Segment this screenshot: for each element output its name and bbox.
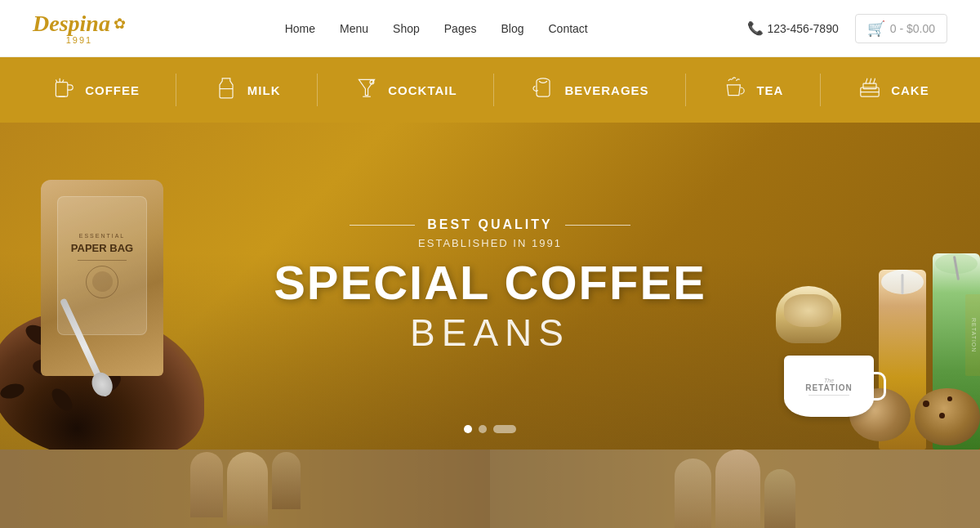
category-coffee[interactable]: COFFEE <box>51 74 140 106</box>
hero-title-line2: BEANS <box>274 311 706 355</box>
dot-1[interactable] <box>464 425 472 433</box>
beverages-label: BEVERAGES <box>564 83 648 97</box>
logo[interactable]: Despina ✿ 1991 <box>33 12 126 45</box>
coffee-cup-hero: The RETATION <box>784 356 874 417</box>
svg-rect-0 <box>56 82 68 96</box>
tea-label: TEA <box>756 83 783 97</box>
cat-divider-4 <box>685 74 686 106</box>
header-right: 📞 123-456-7890 🛒 0 - $0.00 <box>747 14 947 43</box>
hero-content: BEST QUALITY ESTABLISHED IN 1991 SPECIAL… <box>274 217 706 355</box>
cat-divider-3 <box>493 74 494 106</box>
cocktail-label: COCKTAIL <box>388 83 457 97</box>
phone-display: 📞 123-456-7890 <box>747 20 839 36</box>
logo-leaf-icon: ✿ <box>114 15 126 33</box>
hero-line-left <box>350 225 415 226</box>
hero-section: ESSENTIAL PAPER BAG BEST QUALITY ESTABLI… <box>0 123 980 450</box>
coffee-label: COFFEE <box>85 83 140 97</box>
bottom-cards <box>0 450 980 528</box>
category-cocktail[interactable]: COCKTAIL <box>354 74 457 106</box>
milk-label: MILK <box>247 83 281 97</box>
category-cake[interactable]: CAKE <box>857 74 929 106</box>
coffee-bag: ESSENTIAL PAPER BAG <box>41 180 163 376</box>
dot-2[interactable] <box>479 425 487 433</box>
tea-icon <box>722 74 748 106</box>
logo-name: Despina <box>33 12 110 35</box>
milk-bottle-icon <box>213 74 239 106</box>
svg-line-1 <box>56 79 58 82</box>
cart-button[interactable]: 🛒 0 - $0.00 <box>855 14 947 43</box>
category-bar: COFFEE MILK COCKTAIL BEVERAGES TEA <box>0 57 980 123</box>
cat-divider-1 <box>176 74 176 106</box>
site-header: Despina ✿ 1991 Home Menu Shop Pages Blog… <box>0 0 980 57</box>
hero-title-line1: SPECIAL COFFEE <box>274 259 706 307</box>
cat-divider-5 <box>820 74 821 106</box>
category-milk[interactable]: MILK <box>213 74 281 106</box>
cart-count: 0 - $0.00 <box>890 22 935 35</box>
category-tea[interactable]: TEA <box>722 74 783 106</box>
beverages-icon <box>530 74 556 106</box>
cocktail-icon <box>354 74 380 106</box>
hero-established: ESTABLISHED IN 1991 <box>274 237 706 249</box>
hero-right-decoration: RETATION The RETATION <box>776 123 980 450</box>
cat-divider-2 <box>317 74 318 106</box>
svg-rect-8 <box>863 83 876 88</box>
muffin <box>776 286 841 343</box>
nav-pages[interactable]: Pages <box>444 22 477 35</box>
hero-left-decoration: ESSENTIAL PAPER BAG <box>0 123 229 450</box>
bottom-card-right[interactable] <box>490 450 980 528</box>
coffee-cup-icon <box>51 74 77 106</box>
nav-shop[interactable]: Shop <box>393 22 420 35</box>
nav-contact[interactable]: Contact <box>549 22 588 35</box>
category-beverages[interactable]: BEVERAGES <box>530 74 648 106</box>
cake-icon <box>857 74 883 106</box>
nav-home[interactable]: Home <box>285 22 315 35</box>
cake-label: CAKE <box>891 83 929 97</box>
main-nav: Home Menu Shop Pages Blog Contact <box>285 22 588 35</box>
phone-icon: 📞 <box>747 20 764 36</box>
hero-dots <box>464 425 516 433</box>
dot-3[interactable] <box>493 425 516 433</box>
nav-menu[interactable]: Menu <box>340 22 368 35</box>
logo-year: 1991 <box>66 35 92 45</box>
hero-tagline: BEST QUALITY <box>427 217 552 232</box>
cart-icon: 🛒 <box>867 20 885 38</box>
nav-blog[interactable]: Blog <box>501 22 523 35</box>
phone-number: 123-456-7890 <box>768 22 839 35</box>
bottom-card-left[interactable] <box>0 450 490 528</box>
hero-line-right <box>565 225 630 226</box>
